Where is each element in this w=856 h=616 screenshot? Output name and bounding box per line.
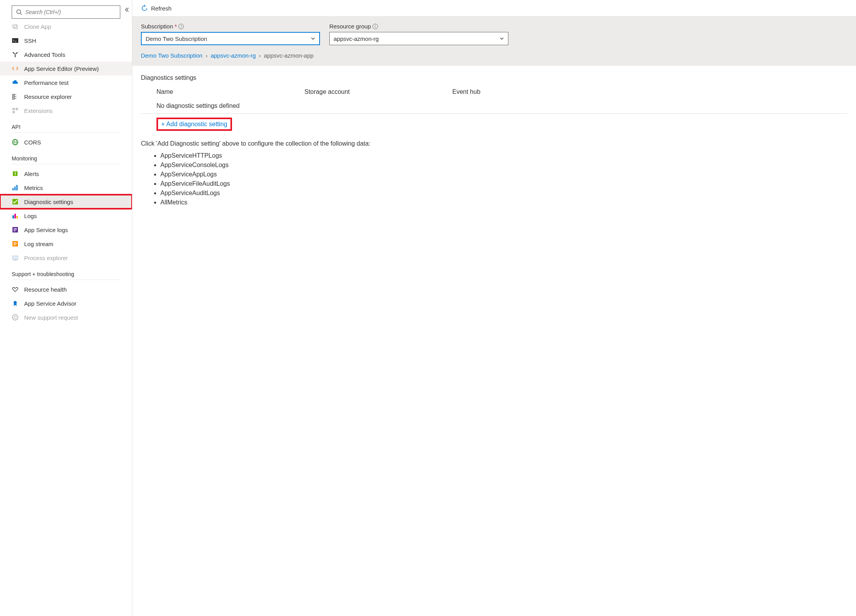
svg-rect-10 — [16, 108, 18, 110]
svg-rect-6 — [12, 94, 14, 95]
sidebar-item-ssh[interactable]: SSH — [0, 33, 132, 48]
data-type-item: AppServiceConsoleLogs — [160, 160, 847, 170]
sidebar-item-label: Resource health — [24, 286, 67, 293]
column-event-hub: Event hub — [452, 88, 832, 95]
resource-group-select[interactable]: appsvc-azmon-rg — [329, 32, 508, 45]
terminal-icon — [12, 37, 19, 44]
sidebar-item-label: Advanced Tools — [24, 51, 65, 58]
search-input[interactable] — [25, 9, 116, 15]
diagnostics-data-types-list: AppServiceHTTPLogs AppServiceConsoleLogs… — [141, 151, 847, 207]
breadcrumb: Demo Two Subscription › appsvc-azmon-rg … — [132, 52, 856, 66]
svg-rect-19 — [14, 187, 16, 190]
sidebar-item-performance-test[interactable]: Performance test — [0, 76, 132, 90]
sidebar-item-new-support-request[interactable]: New support request — [0, 310, 132, 324]
sidebar-item-label: Resource explorer — [24, 93, 72, 100]
svg-rect-8 — [12, 98, 14, 99]
refresh-button[interactable]: Refresh — [141, 5, 172, 12]
add-diagnostic-label: Add diagnostic setting — [166, 121, 227, 128]
sidebar-item-diagnostic-settings[interactable]: Diagnostic settings — [0, 195, 132, 209]
sidebar-item-app-service-editor[interactable]: App Service Editor (Preview) — [0, 62, 132, 76]
required-indicator: * — [175, 23, 177, 30]
sidebar-item-logs[interactable]: Logs — [0, 209, 132, 223]
cloud-icon — [12, 79, 19, 86]
sidebar-item-resource-explorer[interactable]: Resource explorer — [0, 90, 132, 104]
svg-rect-4 — [12, 38, 18, 43]
sidebar-item-label: Diagnostic settings — [24, 199, 73, 205]
section-header-monitoring: Monitoring — [12, 149, 120, 164]
diagnostics-table-header: Name Storage account Event hub — [141, 85, 847, 99]
sidebar-item-label: App Service Editor (Preview) — [24, 65, 99, 72]
app-logs-icon — [12, 226, 19, 233]
resource-group-label: Resource group i — [329, 23, 508, 30]
sidebar-item-label: Alerts — [24, 171, 39, 177]
svg-point-32 — [14, 301, 17, 304]
subscription-label: Subscription * i — [141, 23, 320, 30]
info-icon[interactable]: i — [373, 24, 378, 29]
svg-rect-11 — [12, 111, 15, 113]
search-input-wrap[interactable] — [12, 5, 120, 19]
explorer-icon — [12, 93, 19, 100]
metrics-icon — [12, 184, 19, 191]
sidebar-item-clone-app[interactable]: Clone App — [0, 24, 132, 33]
sidebar-item-process-explorer[interactable]: Process explorer — [0, 251, 132, 265]
svg-line-1 — [20, 13, 22, 15]
info-icon[interactable]: i — [178, 24, 184, 29]
sidebar-item-app-service-advisor[interactable]: App Service Advisor — [0, 296, 132, 310]
data-type-item: AppServiceAuditLogs — [160, 188, 847, 198]
heart-icon — [12, 286, 19, 293]
subscription-select[interactable]: Demo Two Subscription — [141, 32, 320, 45]
sidebar-item-resource-health[interactable]: Resource health — [0, 282, 132, 296]
sidebar-item-cors[interactable]: CORS — [0, 135, 132, 149]
add-diagnostic-setting-button[interactable]: + Add diagnostic setting — [156, 118, 232, 131]
sidebar: Clone App SSH Advanced Tools App Service… — [0, 0, 132, 616]
sidebar-item-advanced-tools[interactable]: Advanced Tools — [0, 48, 132, 62]
chevron-right-icon: › — [206, 52, 207, 59]
diagnostics-title: Diagnostics settings — [141, 74, 847, 81]
breadcrumb-resource-group[interactable]: appsvc-azmon-rg — [211, 52, 256, 59]
tools-icon — [12, 51, 19, 58]
support-icon — [12, 314, 19, 321]
svg-rect-3 — [14, 25, 18, 29]
sidebar-item-label: SSH — [24, 37, 36, 44]
main-content: Refresh Subscription * i Demo Two Subscr… — [132, 0, 856, 616]
svg-rect-17 — [15, 174, 16, 175]
sidebar-item-label: New support request — [24, 314, 78, 321]
svg-rect-2 — [13, 24, 16, 28]
collapse-sidebar-icon[interactable] — [124, 7, 130, 12]
sidebar-item-app-service-logs[interactable]: App Service logs — [0, 223, 132, 237]
sidebar-item-label: App Service logs — [24, 227, 68, 233]
chevron-down-icon — [499, 36, 504, 41]
plus-icon: + — [161, 121, 165, 128]
svg-rect-31 — [14, 260, 17, 260]
sidebar-item-log-stream[interactable]: Log stream — [0, 237, 132, 251]
sidebar-nav[interactable]: Clone App SSH Advanced Tools App Service… — [0, 24, 132, 616]
column-name: Name — [156, 88, 304, 95]
svg-rect-23 — [14, 214, 16, 218]
section-header-api: API — [12, 118, 120, 133]
code-icon — [12, 65, 19, 72]
svg-rect-22 — [12, 215, 14, 218]
svg-rect-16 — [15, 172, 16, 174]
logs-icon — [12, 212, 19, 219]
chevron-down-icon — [311, 36, 315, 41]
diagnostics-help-text: Click 'Add Diagnostic setting' above to … — [141, 135, 847, 151]
svg-rect-24 — [16, 216, 18, 218]
data-type-item: AppServiceFileAuditLogs — [160, 179, 847, 188]
chevron-right-icon: › — [259, 52, 261, 59]
sidebar-item-extensions[interactable]: Extensions — [0, 104, 132, 118]
refresh-label: Refresh — [151, 5, 172, 12]
svg-rect-27 — [14, 229, 17, 230]
sidebar-item-label: Log stream — [24, 241, 53, 247]
breadcrumb-subscription[interactable]: Demo Two Subscription — [141, 52, 202, 59]
svg-rect-20 — [16, 185, 18, 190]
sidebar-item-alerts[interactable]: Alerts — [0, 167, 132, 181]
stream-icon — [12, 240, 19, 247]
svg-rect-7 — [12, 96, 14, 97]
svg-point-34 — [14, 316, 16, 319]
sidebar-item-label: Extensions — [24, 107, 53, 114]
alert-icon — [12, 170, 19, 177]
extensions-icon — [12, 107, 19, 114]
sidebar-item-label: Clone App — [24, 24, 51, 30]
column-storage: Storage account — [304, 88, 452, 95]
sidebar-item-metrics[interactable]: Metrics — [0, 181, 132, 195]
